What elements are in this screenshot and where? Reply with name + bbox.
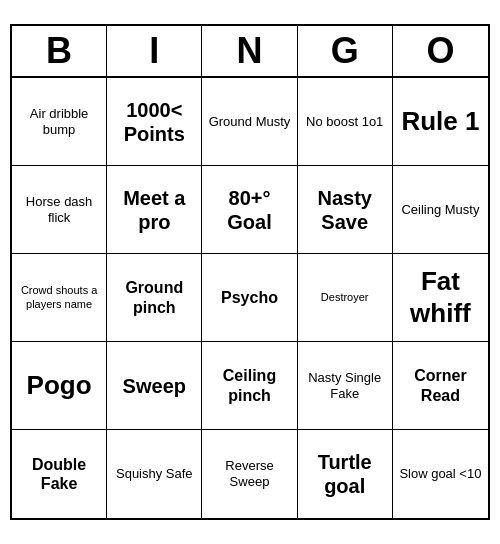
bingo-cell: Destroyer: [298, 254, 393, 342]
bingo-card: BINGO Air dribble bump1000< PointsGround…: [10, 24, 490, 520]
bingo-cell: Psycho: [202, 254, 297, 342]
header-letter: B: [12, 26, 107, 76]
bingo-header: BINGO: [12, 26, 488, 78]
header-letter: G: [298, 26, 393, 76]
bingo-cell: Reverse Sweep: [202, 430, 297, 518]
header-letter: O: [393, 26, 488, 76]
bingo-cell: Pogo: [12, 342, 107, 430]
bingo-cell: Ceiling pinch: [202, 342, 297, 430]
bingo-cell: Ground pinch: [107, 254, 202, 342]
bingo-cell: Rule 1: [393, 78, 488, 166]
bingo-grid: Air dribble bump1000< PointsGround Musty…: [12, 78, 488, 518]
header-letter: I: [107, 26, 202, 76]
bingo-cell: Ground Musty: [202, 78, 297, 166]
header-letter: N: [202, 26, 297, 76]
bingo-cell: Ceiling Musty: [393, 166, 488, 254]
bingo-cell: No boost 1o1: [298, 78, 393, 166]
bingo-cell: Squishy Safe: [107, 430, 202, 518]
bingo-cell: Corner Read: [393, 342, 488, 430]
bingo-cell: Air dribble bump: [12, 78, 107, 166]
bingo-cell: 80+° Goal: [202, 166, 297, 254]
bingo-cell: Turtle goal: [298, 430, 393, 518]
bingo-cell: Meet a pro: [107, 166, 202, 254]
bingo-cell: Sweep: [107, 342, 202, 430]
bingo-cell: Nasty Save: [298, 166, 393, 254]
bingo-cell: Horse dash flick: [12, 166, 107, 254]
bingo-cell: Nasty Single Fake: [298, 342, 393, 430]
bingo-cell: Slow goal <10: [393, 430, 488, 518]
bingo-cell: Crowd shouts a players name: [12, 254, 107, 342]
bingo-cell: Double Fake: [12, 430, 107, 518]
bingo-cell: Fat whiff: [393, 254, 488, 342]
bingo-cell: 1000< Points: [107, 78, 202, 166]
